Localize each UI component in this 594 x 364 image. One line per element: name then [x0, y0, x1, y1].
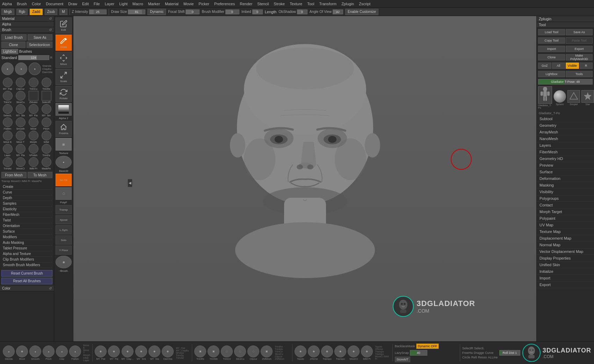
menu-light[interactable]: Light — [119, 2, 128, 6]
list-item[interactable]: TrimAd — [1, 157, 14, 170]
prop-layers[interactable]: Layers — [537, 142, 594, 149]
save-as-tool-button[interactable]: Save As — [566, 29, 593, 35]
list-item[interactable]: TrimRe — [40, 78, 52, 90]
bottom-brush-clipcur[interactable]: ◌ — [247, 345, 259, 357]
bottom-brush-zmmesh[interactable]: ▣ — [261, 345, 273, 357]
storemt-button[interactable]: StoreMT — [395, 357, 411, 362]
list-item[interactable]: Move T — [14, 131, 27, 143]
focalshift-slider[interactable]: 0 — [186, 9, 200, 14]
prop-clipbrush[interactable]: Clip Brush Modifiers — [1, 257, 52, 262]
alpha2-preview[interactable] — [56, 103, 72, 116]
list-item[interactable]: ClipCur — [14, 78, 27, 90]
texture-preview[interactable]: ▦ — [56, 138, 72, 151]
menu-draw[interactable]: Draw — [68, 2, 77, 6]
rolldist-slider[interactable]: Roll Dist 1 — [499, 350, 520, 356]
scale-icon-btn[interactable]: Scale — [56, 69, 72, 85]
menu-texture[interactable]: Texture — [290, 2, 302, 6]
bottom-brush-trimme[interactable]: ▣ — [208, 345, 219, 357]
alpha-header[interactable]: Alpha — [0, 22, 54, 27]
menu-zscript[interactable]: Zscript — [359, 2, 370, 6]
zsub-button[interactable]: Zsub — [45, 9, 57, 15]
material-header[interactable]: Material ↺ — [0, 16, 54, 22]
menu-tool[interactable]: Tool — [307, 2, 314, 6]
prop-arraymesh[interactable]: ArrayMesh — [537, 129, 594, 136]
prop-preview[interactable]: Preview — [537, 162, 594, 169]
brush-thumb-smooth[interactable] — [16, 117, 26, 127]
bottom-brush-mysta[interactable]: ◉ — [148, 345, 160, 357]
imbed-slider[interactable]: 0 — [252, 9, 263, 14]
rotate-icon-btn[interactable]: Rotate — [56, 86, 72, 102]
standard-slider-track[interactable]: 124 — [18, 55, 49, 60]
left-panel-collapse[interactable]: ◀ — [128, 179, 132, 187]
dragge-bottom[interactable]: Dragge — [474, 351, 484, 355]
mrgb-button[interactable]: Mrgb — [1, 9, 14, 15]
list-item[interactable]: Layer — [1, 144, 14, 156]
list-item[interactable]: Pinch — [40, 117, 52, 130]
brush-thumb-trimcir[interactable] — [3, 91, 13, 101]
reset-all-button[interactable]: Reset All Brushes — [1, 278, 52, 284]
nofill-icon-btn[interactable]: no Fill — [56, 174, 72, 186]
menu-stencil[interactable]: Stencil — [257, 2, 269, 6]
prop-uvmap[interactable]: UV Map — [537, 222, 594, 228]
save-as-button[interactable]: Save As — [28, 34, 53, 41]
angleofview-slider[interactable]: 42 — [333, 9, 343, 14]
brush-thumb-inflat[interactable] — [42, 131, 51, 140]
lightbox-button[interactable]: Lightbox — [1, 49, 18, 54]
prop-depth[interactable]: Depth — [1, 195, 52, 201]
brush-thumb-trimad[interactable] — [3, 157, 13, 167]
extra-brush-maskp[interactable]: MaskPe — [32, 180, 42, 183]
prop-unifiedskin[interactable]: Unified Skin — [537, 262, 594, 268]
brush-thumb-selectl[interactable] — [3, 104, 13, 114]
dynamic-off-button[interactable]: Dynamic OFF — [416, 343, 439, 349]
menu-transform[interactable]: Transform — [319, 2, 336, 6]
simplet-tool-thumb[interactable] — [567, 90, 580, 103]
prop-tabletpressure[interactable]: Tablet Pressure — [1, 246, 52, 251]
bottom-brush-trimre[interactable]: ▣ — [194, 345, 206, 357]
brush-thumb-morph[interactable] — [29, 131, 38, 140]
dynamic-button[interactable]: Dynamic — [147, 9, 166, 15]
menu-layer[interactable]: Layer — [105, 2, 115, 6]
brush-thumb-maskpe[interactable] — [42, 157, 51, 167]
prop-fibermesh-r[interactable]: FiberMesh — [537, 149, 594, 155]
edit-icon-btn[interactable]: Edit — [56, 17, 72, 34]
relt-bottom[interactable]: Relt — [471, 356, 477, 359]
extra-brush-imm[interactable]: IMM Pr — [22, 180, 31, 183]
brush-thumb-flatten[interactable] — [3, 117, 13, 127]
brush-thumb-pinch[interactable] — [42, 117, 51, 127]
draw-icon-btn[interactable]: Draw — [56, 35, 72, 51]
brush-thumb-mysta[interactable] — [16, 104, 26, 114]
lightbox-tool-button[interactable]: Lightbox — [538, 71, 565, 77]
prop-deformation[interactable]: Deformation — [537, 175, 594, 182]
bottom-brush-move[interactable]: ◉ — [16, 345, 28, 357]
list-item[interactable]: Smooth — [14, 117, 27, 130]
menu-preferences[interactable]: Preferences — [214, 2, 235, 6]
prop-normalmap[interactable]: Normal Map — [537, 242, 594, 248]
list-item[interactable]: TrimDy — [40, 144, 52, 156]
freeha-bottom[interactable]: FreeHa — [462, 351, 473, 355]
list-item[interactable]: ZModel — [27, 91, 39, 103]
brush-preview-damsta[interactable]: ● — [29, 63, 41, 75]
bottom-brush-transpo2[interactable]: ◉ — [334, 345, 346, 357]
enable-customize-button[interactable]: Enable Customize — [345, 9, 378, 15]
prop-modifiers[interactable]: Modifiers — [1, 234, 52, 240]
brush-thumb-movee[interactable] — [3, 131, 13, 140]
r-button[interactable]: R — [580, 63, 593, 69]
prop-subtool[interactable]: Subtool — [537, 116, 594, 122]
zplugin-header[interactable]: Zplugin — [537, 16, 594, 22]
brush-thumb-myflat[interactable] — [3, 78, 13, 87]
brush-thumb-selectr[interactable] — [42, 91, 51, 101]
make-polymesh-button[interactable]: Make PolyMesh3D — [566, 54, 593, 60]
prop-visibility[interactable]: Visibility — [537, 189, 594, 195]
load-brush-button[interactable]: Load Brush — [1, 34, 27, 41]
list-item[interactable]: Morph — [27, 131, 39, 143]
brush-thumb-myfla[interactable] — [29, 104, 38, 114]
brush-preview-dot[interactable]: ◉ — [56, 256, 72, 268]
prop-alphatexture[interactable]: Alpha and Texture — [1, 251, 52, 257]
prop-nanomesh[interactable]: NanoMesh — [537, 136, 594, 142]
list-item[interactable]: TrimCu — [27, 78, 39, 90]
selection-icon-button[interactable]: SelectionIcon — [27, 42, 52, 48]
list-item[interactable]: Move — [27, 117, 39, 130]
m-button[interactable]: M — [59, 9, 67, 15]
prop-displacementmap[interactable]: Displacement Map — [537, 235, 594, 242]
prop-export-r[interactable]: Export — [537, 282, 594, 288]
